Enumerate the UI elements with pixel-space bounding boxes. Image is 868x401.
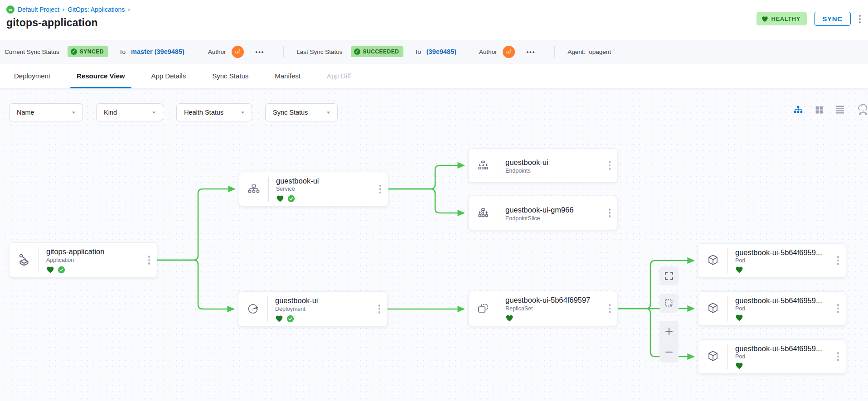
breadcrumb-applications-link[interactable]: GitOps: Applications bbox=[68, 6, 125, 13]
node-title: guestbook-ui-5b64f6959... bbox=[735, 296, 830, 304]
author-avatar[interactable]: ol bbox=[503, 46, 515, 58]
agent-value: opagent bbox=[589, 48, 611, 55]
sync-button[interactable]: SYNC bbox=[814, 12, 851, 26]
node-menu-button[interactable] bbox=[830, 340, 846, 373]
node-menu-button[interactable] bbox=[602, 196, 617, 230]
pod-icon bbox=[698, 292, 727, 325]
service-icon bbox=[239, 172, 268, 206]
chevron-down-icon: ▼ bbox=[151, 111, 156, 114]
node-kind: Pod bbox=[735, 305, 830, 312]
node-service[interactable]: guestbook-ui Service bbox=[239, 172, 388, 207]
list-view-icon[interactable] bbox=[834, 104, 845, 115]
node-menu-button[interactable] bbox=[830, 244, 846, 277]
tab-sync-status[interactable]: Sync Status bbox=[209, 63, 252, 88]
sync-status-bar: Current Sync Status ✓ SYNCED To master (… bbox=[0, 40, 868, 63]
synced-check-icon bbox=[58, 266, 65, 274]
pod-icon bbox=[698, 244, 727, 277]
current-target-revision-link[interactable]: master (39e9485) bbox=[131, 48, 184, 55]
agent-label: Agent: bbox=[567, 48, 585, 55]
deployment-icon bbox=[238, 292, 267, 326]
node-application[interactable]: gitops-application Application bbox=[9, 242, 157, 278]
node-title: guestbook-ui-5b64f69597 bbox=[505, 296, 602, 304]
fit-selection-button[interactable] bbox=[659, 294, 679, 313]
node-kind: EndpointSlice bbox=[505, 215, 602, 222]
node-kind: Deployment bbox=[275, 306, 372, 312]
node-deployment[interactable]: guestbook-ui Deployment bbox=[238, 291, 388, 327]
node-title: guestbook-ui-5b64f6959... bbox=[735, 344, 830, 353]
node-kind: Endpoints bbox=[505, 168, 602, 174]
filter-row: Name▼ Kind▼ Health Status▼ Sync Status▼ bbox=[9, 103, 338, 121]
filter-sync-status-dropdown[interactable]: Sync Status▼ bbox=[265, 103, 338, 121]
synced-check-icon bbox=[286, 315, 294, 323]
author-avatar[interactable]: ol bbox=[232, 46, 244, 58]
current-sync-badge: ✓ SYNCED bbox=[68, 46, 108, 57]
page-title: gitops-application bbox=[6, 17, 861, 29]
node-kind: Application bbox=[46, 257, 141, 263]
last-target-revision-link[interactable]: (39e9485) bbox=[427, 48, 456, 55]
pod-icon bbox=[698, 340, 727, 373]
view-mode-toggles bbox=[793, 104, 868, 115]
node-menu-button[interactable] bbox=[830, 292, 846, 325]
health-status-badge: HEALTHY bbox=[756, 12, 807, 25]
node-kind: Pod bbox=[735, 257, 830, 264]
gitops-logo-icon: ∞ bbox=[6, 5, 15, 14]
endpointslice-icon bbox=[469, 196, 498, 230]
filter-name-dropdown[interactable]: Name▼ bbox=[9, 103, 83, 121]
zoom-in-button[interactable] bbox=[659, 321, 679, 342]
node-pod-2[interactable]: guestbook-ui-5b64f6959... Pod bbox=[698, 291, 846, 326]
grid-view-icon[interactable] bbox=[814, 104, 824, 115]
node-replicaset[interactable]: guestbook-ui-5b64f69597 ReplicaSet bbox=[468, 291, 618, 326]
tab-resource-view[interactable]: Resource View bbox=[73, 63, 128, 88]
node-menu-button[interactable] bbox=[602, 291, 617, 326]
page-header: ∞ Default Project › GitOps: Applications… bbox=[0, 0, 868, 40]
node-pod-3[interactable]: guestbook-ui-5b64f6959... Pod bbox=[698, 339, 846, 374]
fullscreen-button[interactable] bbox=[659, 266, 679, 285]
health-badge-label: HEALTHY bbox=[771, 15, 801, 22]
node-title: guestbook-ui bbox=[276, 177, 373, 185]
node-title: gitops-application bbox=[46, 247, 141, 256]
node-menu-button[interactable] bbox=[141, 243, 157, 277]
app-tabs: Deployment Resource View App Details Syn… bbox=[0, 63, 868, 89]
healthy-heart-icon bbox=[505, 314, 514, 322]
node-title: guestbook-ui bbox=[275, 296, 372, 305]
current-sync-menu-button[interactable]: ••• bbox=[256, 48, 265, 55]
tab-deployment[interactable]: Deployment bbox=[10, 63, 54, 88]
tree-view-icon[interactable] bbox=[793, 104, 804, 115]
cloud-view-icon[interactable] bbox=[855, 104, 868, 115]
current-sync-status-label: Current Sync Status bbox=[5, 48, 59, 55]
chevron-down-icon: ▼ bbox=[240, 111, 245, 114]
last-sync-menu-button[interactable]: ••• bbox=[527, 48, 536, 55]
breadcrumb-project-link[interactable]: Default Project bbox=[18, 6, 59, 13]
last-sync-badge: ✓ SUCCEEDED bbox=[351, 46, 404, 57]
node-menu-button[interactable] bbox=[602, 149, 617, 182]
node-pod-1[interactable]: guestbook-ui-5b64f6959... Pod bbox=[698, 243, 846, 278]
header-menu-button[interactable] bbox=[858, 13, 862, 25]
author-label: Author bbox=[208, 48, 226, 55]
last-sync-status-label: Last Sync Status bbox=[296, 48, 342, 55]
node-title: guestbook-ui-5b64f6959... bbox=[735, 248, 830, 256]
filter-health-status-dropdown[interactable]: Health Status▼ bbox=[176, 103, 252, 121]
healthy-heart-icon bbox=[276, 195, 284, 202]
zoom-group bbox=[659, 321, 679, 362]
tab-manifest[interactable]: Manifest bbox=[271, 63, 304, 88]
node-title: guestbook-ui bbox=[505, 158, 602, 167]
tab-app-details[interactable]: App Details bbox=[148, 63, 190, 88]
resource-tree-canvas[interactable]: Name▼ Kind▼ Health Status▼ Sync Status▼ bbox=[0, 89, 868, 401]
node-endpointslice[interactable]: guestbook-ui-gm966 EndpointSlice bbox=[468, 196, 618, 230]
healthy-heart-icon bbox=[735, 266, 743, 273]
breadcrumb: ∞ Default Project › GitOps: Applications… bbox=[6, 5, 861, 14]
check-circle-icon: ✓ bbox=[354, 48, 360, 55]
zoom-out-button[interactable] bbox=[659, 342, 679, 362]
heart-icon bbox=[761, 16, 768, 22]
node-menu-button[interactable] bbox=[373, 172, 388, 206]
filter-kind-dropdown[interactable]: Kind▼ bbox=[96, 103, 163, 121]
check-circle-icon: ✓ bbox=[71, 48, 77, 55]
node-kind: Pod bbox=[735, 353, 830, 360]
healthy-heart-icon bbox=[735, 314, 743, 321]
node-title: guestbook-ui-gm966 bbox=[505, 206, 602, 214]
endpoints-icon bbox=[469, 149, 498, 182]
healthy-heart-icon bbox=[735, 362, 743, 369]
node-endpoints[interactable]: guestbook-ui Endpoints bbox=[468, 148, 618, 183]
divider bbox=[283, 46, 284, 58]
node-menu-button[interactable] bbox=[372, 292, 387, 326]
